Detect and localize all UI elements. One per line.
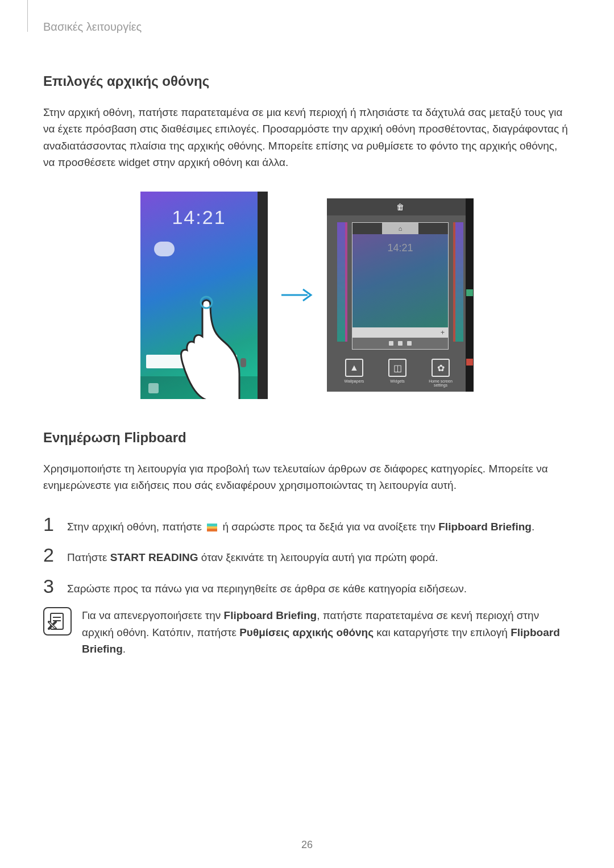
dock-icon (148, 383, 159, 393)
step1-b: ή σαρώστε προς τα δεξιά για να ανοίξετε … (219, 521, 438, 533)
wallpapers-label: Wallpapers (345, 379, 364, 383)
step-3-text: Σαρώστε προς τα πάνω για να περιηγηθείτε… (67, 576, 467, 597)
step-1: 1 Στην αρχική οθόνη, πατήστε ή σαρώστε π… (43, 514, 571, 535)
panel-thumbnail-main: ⌂ 14:21 + (352, 222, 449, 350)
edge-icon (258, 269, 267, 278)
edge-chip (466, 289, 473, 296)
hand-illustration (172, 294, 240, 399)
edge-icon (258, 219, 267, 228)
step-2: 2 Πατήστε START READING όταν ξεκινάτε τη… (43, 545, 571, 566)
step2-bold: START READING (110, 551, 198, 563)
trash-icon: 🗑 (396, 202, 404, 211)
section-title-home-options: Επιλογές αρχικής οθόνης (43, 73, 571, 89)
step1-c: . (532, 521, 534, 533)
home-icon: ⌂ (382, 223, 418, 234)
star-icon: ★ (259, 195, 267, 203)
section1-body: Στην αρχική οθόνη, πατήστε παρατεταμένα … (43, 104, 571, 171)
step2-a: Πατήστε (67, 551, 110, 563)
panel-thumbnail-left (337, 222, 347, 342)
edge-chip (466, 359, 473, 366)
note-b2: Ρυθμίσεις αρχικής οθόνης (239, 626, 374, 638)
flipboard-tile-icon (207, 524, 217, 531)
widgets-label: Widgets (390, 379, 404, 383)
preview-clock: 14:21 (387, 242, 413, 254)
step-number: 1 (43, 514, 60, 534)
widgets-option: ◫ Widgets (381, 359, 413, 387)
settings-option: ✿ Home screen settings (425, 359, 457, 387)
wallpapers-option: ▲ Wallpapers (338, 359, 370, 387)
editor-options: ▲ Wallpapers ◫ Widgets ✿ Home screen set… (338, 359, 457, 387)
note-a: Για να απενεργοποιήσετε την (82, 609, 224, 621)
screenshot-left: 14:21 ★ (140, 192, 268, 399)
settings-label: Home screen settings (425, 379, 457, 387)
step-1-text: Στην αρχική οθόνη, πατήστε ή σαρώστε προ… (67, 514, 534, 535)
edge-panel: ★ (258, 192, 268, 399)
edge-icon (258, 206, 267, 215)
add-bar: + (352, 327, 448, 338)
figure-row: 14:21 ★ (43, 192, 571, 399)
section2-body: Χρησιμοποιήστε τη λειτουργία για προβολή… (43, 460, 571, 494)
panel-thumbnail-right (453, 222, 463, 342)
note-e: . (123, 643, 126, 655)
note-b1: Flipboard Briefing (224, 609, 317, 621)
edge-icon (258, 244, 267, 253)
clock-text: 14:21 (172, 206, 226, 229)
mic-icon (240, 358, 246, 367)
note-block: Για να απενεργοποιήσετε την Flipboard Br… (43, 607, 571, 657)
edge-panel-right (466, 198, 474, 392)
edge-icon (258, 231, 267, 240)
edge-icon (258, 281, 267, 290)
home-preview: 14:21 (352, 234, 448, 327)
step-3: 3 Σαρώστε προς τα πάνω για να περιηγηθεί… (43, 576, 571, 597)
weather-widget (154, 242, 175, 256)
running-header: Βασικές λειτουργίες (43, 20, 571, 34)
widgets-icon: ◫ (388, 359, 406, 377)
note-d: και καταργήστε την επιλογή (374, 626, 511, 638)
edge-icon (258, 256, 267, 265)
panels-row: ⌂ 14:21 + (327, 222, 474, 350)
step-2-text: Πατήστε START READING όταν ξεκινάτε τη λ… (67, 545, 438, 566)
step1-bold: Flipboard Briefing (438, 521, 532, 533)
page-number: 26 (301, 839, 313, 851)
wallpapers-icon: ▲ (345, 359, 363, 377)
step1-a: Στην αρχική οθόνη, πατήστε (67, 521, 205, 533)
section-title-flipboard: Ενημέρωση Flipboard (43, 430, 571, 446)
screenshot-right: 🗑 ⌂ 14:21 + ▲ (327, 198, 474, 392)
step-number: 2 (43, 545, 60, 564)
note-icon (43, 607, 72, 636)
note-text: Για να απενεργοποιήσετε την Flipboard Br… (82, 607, 571, 657)
page-content: Βασικές λειτουργίες Επιλογές αρχικής οθό… (0, 0, 614, 657)
step-number: 3 (43, 576, 60, 596)
editor-topbar: 🗑 (327, 198, 474, 215)
dock-preview (352, 338, 448, 349)
arrow-right-icon (280, 287, 314, 303)
step2-b: όταν ξεκινάτε τη λειτουργία αυτή για πρώ… (198, 551, 438, 563)
gear-icon: ✿ (432, 359, 450, 377)
